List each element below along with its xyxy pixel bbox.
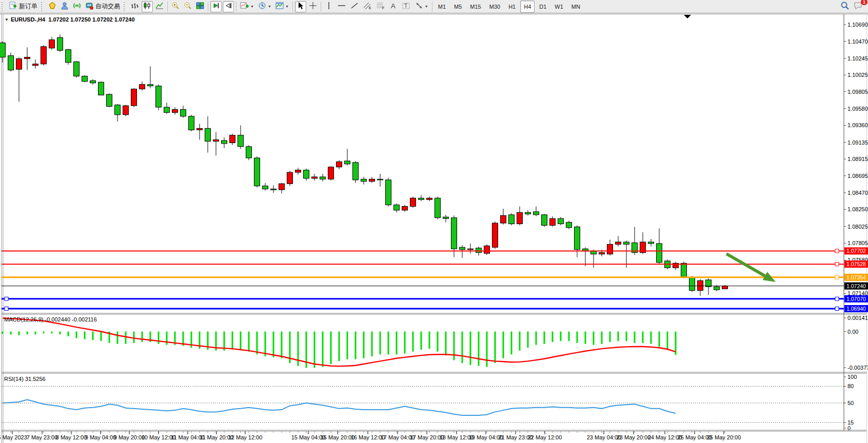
svg-text:1.09580: 1.09580 (847, 106, 868, 112)
chart-canvas[interactable]: 1.106901.104701.102451.100251.098051.095… (0, 14, 868, 443)
svg-text:80: 80 (847, 383, 854, 389)
timeframe-button-m5[interactable]: M5 (450, 1, 465, 13)
chart-collapse-icon[interactable]: ▼ (5, 17, 9, 22)
chart-shift-button[interactable] (223, 1, 234, 12)
arrows-tool-button[interactable]: ▼ (413, 1, 430, 12)
crosshair-button[interactable] (307, 1, 319, 12)
auto-trading-button[interactable]: 自动交易 (84, 1, 122, 12)
new-order-icon (9, 2, 17, 12)
notification-badge: 1 (861, 0, 867, 5)
hline-handle[interactable] (835, 297, 839, 300)
bar-chart-button[interactable] (129, 1, 141, 12)
crosshair-icon (309, 2, 317, 12)
text-label-icon: T (402, 2, 411, 12)
horizontal-line-icon (337, 2, 346, 12)
candle-chart-icon (143, 2, 151, 12)
toolbar: 新订单 自动交易 ▼ ▼ ▼ E F A T ▼ M1M5M15M30H1H4D… (0, 0, 868, 13)
clock-icon (258, 2, 266, 12)
svg-text:9 May 04:00: 9 May 04:00 (85, 434, 116, 440)
svg-text:1.07240: 1.07240 (846, 283, 866, 289)
svg-text:1.06940: 1.06940 (846, 306, 866, 312)
indicators-button[interactable]: ▼ (239, 1, 255, 12)
search-button[interactable] (839, 1, 851, 12)
svg-text:0.00: 0.00 (847, 329, 858, 335)
chart-window[interactable]: 1.106901.104701.102451.100251.098051.095… (0, 14, 868, 443)
svg-text:23 May 20:00: 23 May 20:00 (617, 434, 651, 440)
cursor-icon (297, 2, 305, 12)
timeframe-button-m1[interactable]: M1 (435, 1, 449, 13)
timeframe-button-mn[interactable]: MN (568, 1, 584, 13)
chart-ohlc-values: 1.07202 1.07250 1.07202 1.07240 (48, 16, 134, 23)
indicators-icon (240, 2, 249, 12)
bar-chart-icon (131, 2, 139, 12)
svg-text:1.07702: 1.07702 (846, 248, 866, 254)
svg-text:-0.003777: -0.003777 (847, 365, 868, 371)
timeframe-button-m30[interactable]: M30 (486, 1, 504, 13)
timeframe-button-w1[interactable]: W1 (551, 1, 567, 13)
tile-windows-icon (196, 2, 204, 12)
radar-icon (73, 2, 81, 12)
toolbar-separator (167, 2, 168, 12)
zoom-out-button[interactable] (182, 1, 193, 12)
hline-handle[interactable] (835, 263, 839, 266)
text-label-button[interactable]: T (400, 1, 412, 12)
timeframe-button-m15[interactable]: M15 (466, 1, 484, 13)
hline-handle[interactable] (835, 249, 839, 253)
market-watch-button[interactable] (47, 1, 58, 12)
periods-button[interactable]: ▼ (257, 1, 273, 12)
svg-text:1.07354: 1.07354 (846, 274, 866, 280)
svg-text:1.09360: 1.09360 (847, 122, 868, 128)
toolbar-separator (236, 2, 236, 12)
toolbar-grip (124, 2, 127, 11)
trendline-button[interactable] (349, 1, 360, 12)
vertical-line-icon (325, 2, 332, 12)
notifications-button[interactable]: 1 (852, 1, 864, 12)
svg-text:A: A (391, 2, 396, 10)
timeframe-button-h1[interactable]: H1 (505, 1, 519, 13)
toolbar-separator (292, 2, 293, 12)
svg-text:E: E (369, 6, 371, 10)
timeframe-button-d1[interactable]: D1 (536, 1, 550, 13)
svg-text:0.001418: 0.001418 (847, 315, 868, 321)
svg-text:100: 100 (847, 374, 857, 380)
toolbar-separator (432, 2, 432, 12)
rsi-indicator-label: RSI(14) 31.5256 (4, 376, 46, 382)
fibonacci-icon: F (376, 2, 385, 12)
cursor-button[interactable] (295, 1, 306, 12)
profile-button[interactable] (59, 1, 70, 12)
zoom-in-button[interactable] (170, 1, 181, 12)
svg-text:17 May 20:00: 17 May 20:00 (410, 434, 444, 440)
line-chart-button[interactable] (154, 1, 165, 12)
tile-windows-button[interactable] (194, 1, 206, 12)
candle-chart-button[interactable] (142, 1, 153, 12)
timeframe-button-h4[interactable]: H4 (520, 1, 535, 13)
arrows-tool-icon (415, 2, 423, 12)
svg-text:8 May 12:00: 8 May 12:00 (56, 434, 87, 440)
hline-handle[interactable] (5, 297, 8, 300)
svg-text:1.10025: 1.10025 (847, 72, 868, 78)
channel-button[interactable]: E (361, 1, 373, 12)
new-order-button[interactable]: 新订单 (7, 1, 39, 12)
channel-icon: E (363, 2, 372, 12)
horizontal-line-button[interactable] (336, 1, 348, 12)
line-chart-icon (155, 2, 164, 12)
dropdown-arrow-icon: ▼ (285, 5, 289, 8)
svg-text:50: 50 (847, 400, 854, 406)
dropdown-arrow-icon: ▼ (425, 5, 428, 8)
fibonacci-button[interactable]: F (374, 1, 387, 12)
templates-button[interactable]: ▼ (274, 1, 290, 12)
svg-text:1.07070: 1.07070 (846, 296, 866, 302)
svg-text:1.08470: 1.08470 (847, 190, 868, 196)
auto-scroll-button[interactable] (210, 1, 222, 12)
hline-handle[interactable] (835, 307, 839, 310)
svg-text:7 May 23:00: 7 May 23:00 (27, 434, 58, 440)
hline-handle[interactable] (5, 307, 8, 310)
svg-text:15 May 20:00: 15 May 20:00 (321, 434, 355, 440)
svg-text:1.07528: 1.07528 (846, 261, 866, 267)
hline-handle[interactable] (835, 275, 839, 279)
text-button[interactable]: A (388, 1, 399, 12)
signals-button[interactable] (71, 1, 83, 12)
vertical-line-button[interactable] (323, 1, 334, 12)
dropdown-arrow-icon: ▼ (268, 5, 271, 8)
dropdown-arrow-icon: ▼ (250, 5, 254, 8)
